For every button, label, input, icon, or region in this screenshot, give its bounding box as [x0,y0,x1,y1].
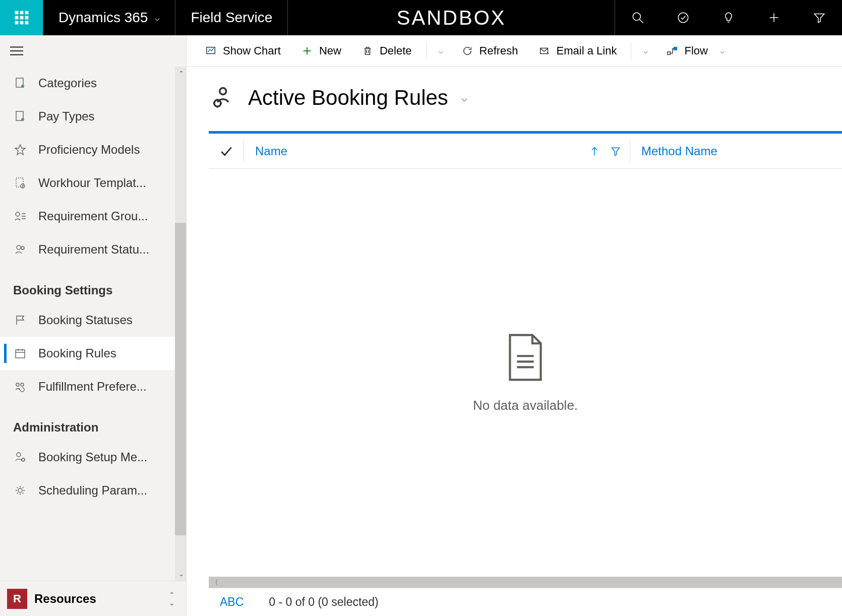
sidebar-item-pay-types[interactable]: Pay Types [0,100,186,133]
svg-point-11 [678,13,688,23]
svg-rect-5 [25,16,28,20]
sidebar-item-workhour-templates[interactable]: Workhour Templat... [0,166,186,200]
grid-horizontal-scrollbar[interactable]: 〈 [209,577,842,588]
view-header: Active Booking Rules ⌵ [187,67,842,131]
sidebar-item-label: Workhour Templat... [38,176,146,190]
checkmark-icon [220,146,233,157]
sidebar-item-label: Proficiency Models [38,143,140,157]
flag-icon [13,313,27,327]
plus-icon [767,11,780,24]
svg-point-48 [220,88,226,95]
area-arrows-icon: ⌃⌄ [169,591,175,606]
show-chart-button[interactable]: Show Chart [197,41,289,60]
area-switcher[interactable]: R Resources ⌃⌄ [0,581,186,616]
svg-point-28 [17,245,21,250]
sidebar-item-label: Fulfillment Prefere... [38,380,147,394]
search-icon [631,11,644,24]
alpha-filter[interactable]: ABC [220,595,244,609]
app-switcher[interactable]: Dynamics 365 ⌵ [43,0,175,35]
refresh-icon [461,45,473,57]
doc-person-icon [13,76,27,90]
sidebar-item-requirement-statuses[interactable]: Requirement Statu... [0,233,186,266]
scroll-arrow-left-icon: 〈 [212,578,218,587]
new-button[interactable]: New [293,41,349,60]
svg-line-10 [639,19,643,23]
sort-asc-icon[interactable] [589,146,599,157]
filter-icon[interactable] [611,146,621,157]
delete-dropdown[interactable]: ⌵ [433,46,449,55]
sidebar-item-proficiency-models[interactable]: Proficiency Models [0,133,186,166]
sidebar-item-booking-rules[interactable]: Booking Rules [0,337,186,370]
svg-point-9 [633,13,640,20]
star-icon [13,143,27,157]
grid-header-row: Name Method Name [209,134,842,169]
waffle-icon [14,10,30,26]
plus-icon [301,45,313,57]
app-launcher-button[interactable] [0,0,43,35]
filter-button[interactable] [797,0,842,35]
view-title[interactable]: Active Booking Rules [248,86,448,110]
sidebar-item-categories[interactable]: Categories [0,67,186,100]
column-header-name[interactable]: Name [244,144,589,158]
svg-point-38 [22,458,25,461]
task-button[interactable] [660,0,706,35]
separator [631,42,631,59]
module-name[interactable]: Field Service [175,0,288,35]
svg-rect-0 [15,11,18,15]
environment-label: SANDBOX [288,0,615,35]
record-count: 0 - 0 of 0 (0 selected) [269,595,378,609]
filter-icon [813,11,826,24]
chevron-down-icon[interactable]: ⌵ [461,92,467,104]
nav-group-administration: Administration [0,403,186,441]
svg-rect-3 [15,16,18,20]
hamburger-icon [10,46,23,56]
svg-point-35 [16,383,19,386]
email-link-dropdown[interactable]: ⌵ [637,46,654,55]
select-all-checkbox[interactable] [209,140,244,163]
sidebar-collapse-button[interactable] [0,35,186,67]
grid-body: No data available. [209,169,842,577]
flow-button[interactable]: Flow ⌵ [658,41,738,60]
chevron-down-icon: ⌵ [155,13,160,23]
scrollbar-thumb[interactable] [175,223,186,535]
email-link-button[interactable]: Email a Link [530,41,625,60]
column-sort-controls [589,140,630,163]
main-layout: Categories Pay Types Proficiency Models … [0,35,842,616]
refresh-button[interactable]: Refresh [453,41,526,60]
search-button[interactable] [615,0,660,35]
people-icon [13,242,27,257]
nav-group-booking-settings: Booking Settings [0,266,186,303]
sidebar-item-label: Scheduling Param... [38,483,147,498]
svg-point-36 [21,383,24,386]
sidebar-item-scheduling-parameters[interactable]: Scheduling Param... [0,474,186,507]
chart-icon [205,45,217,57]
grid-footer: ABC 0 - 0 of 0 (0 selected) [209,588,842,616]
sidebar-item-booking-setup-metadata[interactable]: Booking Setup Me... [0,441,186,474]
sidebar-item-fulfillment-preferences[interactable]: Fulfillment Prefere... [0,370,186,403]
sidebar-item-requirement-groups[interactable]: Requirement Grou... [0,200,186,233]
people-gear-icon [13,450,27,464]
help-button[interactable] [706,0,751,35]
delete-button[interactable]: Delete [353,41,420,60]
sidebar-item-booking-statuses[interactable]: Booking Statuses [0,303,186,337]
people-sync-icon [13,380,27,394]
svg-rect-8 [25,21,28,25]
svg-rect-6 [15,21,18,25]
svg-rect-22 [16,178,23,187]
doc-clock-icon [13,176,27,190]
area-badge: R [7,589,27,609]
task-check-icon [677,11,690,24]
sidebar-item-label: Requirement Statu... [38,242,149,257]
svg-rect-47 [674,47,677,50]
column-header-method-name[interactable]: Method Name [630,144,842,158]
content-area: Show Chart New Delete ⌵ Refresh Email a … [187,35,842,616]
sidebar-item-label: Booking Rules [38,346,116,360]
doc-person-icon [13,109,27,124]
add-button[interactable] [751,0,797,35]
svg-point-29 [21,247,24,250]
svg-point-39 [18,488,22,492]
top-icon-bar [615,0,842,35]
svg-point-37 [17,453,21,457]
sidebar-scrollbar[interactable]: ⌃ ⌄ [175,67,186,581]
svg-point-21 [21,118,24,121]
